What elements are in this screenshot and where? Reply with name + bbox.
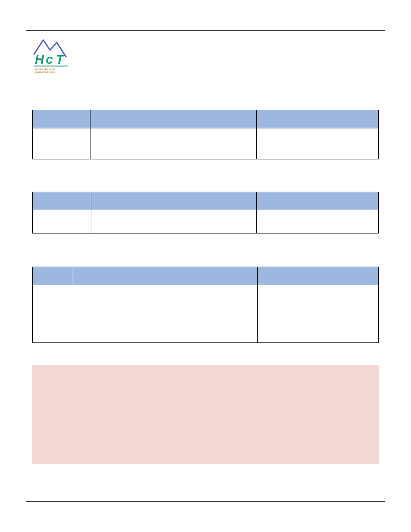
data-table-2 <box>32 192 379 233</box>
table-header-cell <box>257 192 379 210</box>
table-header-cell <box>33 110 90 128</box>
table-header-cell <box>258 267 379 285</box>
logo-tagline-1: Electro-Hydraulic <box>35 68 55 70</box>
highlight-callout-box <box>32 365 379 464</box>
table-header-cell <box>33 192 91 210</box>
table-header-cell <box>90 110 257 128</box>
svg-text:c: c <box>46 52 53 66</box>
table-header-cell <box>91 192 257 210</box>
table-section-2 <box>32 192 379 233</box>
table-cell <box>33 128 90 159</box>
svg-text:H: H <box>35 52 44 66</box>
table-section-3 <box>32 267 379 343</box>
table-cell <box>258 285 379 343</box>
company-logo: H c T Electro-Hydraulic Control Solution… <box>31 35 74 74</box>
table-cell <box>33 285 73 343</box>
table-cell <box>257 128 379 159</box>
table-cell <box>33 210 91 233</box>
page-frame: H c T Electro-Hydraulic Control Solution… <box>26 30 385 502</box>
table-header-cell <box>73 267 258 285</box>
table-cell <box>73 285 258 343</box>
logo-tagline-2: Control Solutions <box>35 71 55 73</box>
table-header-cell <box>257 110 379 128</box>
svg-text:T: T <box>56 52 65 66</box>
data-table-1 <box>32 110 379 159</box>
svg-rect-3 <box>34 65 68 66</box>
data-table-3 <box>32 267 379 343</box>
table-cell <box>90 128 257 159</box>
table-section-1 <box>32 110 379 159</box>
table-cell <box>91 210 257 233</box>
table-header-cell <box>33 267 73 285</box>
table-cell <box>257 210 379 233</box>
